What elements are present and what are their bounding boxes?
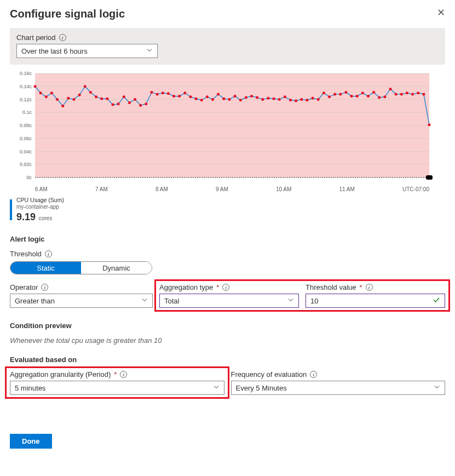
aggregation-type-value: Total (164, 297, 179, 305)
info-icon[interactable]: i (45, 250, 52, 257)
svg-point-33 (106, 98, 108, 100)
svg-point-36 (123, 95, 125, 98)
chart-period-value: Over the last 6 hours (21, 47, 88, 55)
highlight-granularity: Aggregation granularity (Period) * i 5 m… (5, 366, 229, 399)
legend-resource-name: my-container-app (16, 204, 64, 211)
svg-text:0.1c: 0.1c (22, 110, 32, 115)
svg-point-58 (245, 96, 247, 99)
threshold-value: 10 (310, 297, 318, 305)
svg-point-54 (222, 98, 225, 100)
svg-point-39 (139, 104, 142, 107)
svg-point-21 (39, 91, 42, 94)
svg-point-34 (111, 104, 114, 106)
close-icon[interactable]: ✕ (437, 8, 445, 18)
svg-point-71 (317, 98, 320, 101)
svg-point-80 (367, 95, 370, 98)
svg-point-27 (72, 98, 75, 101)
chart-period-select[interactable]: Over the last 6 hours (16, 44, 158, 58)
svg-point-77 (350, 95, 353, 98)
svg-point-25 (61, 105, 64, 107)
aggregation-type-select[interactable]: Total (159, 294, 299, 308)
operator-label: Operator (10, 283, 38, 291)
svg-point-23 (50, 91, 53, 94)
svg-point-38 (134, 98, 136, 101)
svg-point-64 (278, 98, 281, 101)
info-icon[interactable]: i (120, 371, 127, 378)
svg-point-75 (339, 93, 342, 96)
operator-value: Greater than (15, 297, 55, 305)
svg-point-85 (395, 93, 398, 96)
svg-text:0.16c: 0.16c (20, 71, 32, 76)
legend-unit: cores (39, 215, 52, 221)
threshold-label: Threshold (10, 250, 42, 258)
legend-color-bar (10, 199, 12, 220)
svg-point-84 (389, 88, 392, 90)
chevron-down-icon (434, 384, 440, 392)
threshold-static-option[interactable]: Static (10, 262, 81, 274)
alert-logic-heading: Alert logic (10, 235, 445, 243)
svg-point-28 (78, 94, 81, 96)
info-icon[interactable]: i (222, 284, 229, 291)
svg-point-40 (145, 102, 147, 105)
svg-point-41 (150, 91, 153, 94)
svg-point-43 (162, 91, 164, 94)
done-button[interactable]: Done (10, 434, 52, 449)
svg-point-63 (273, 98, 275, 100)
svg-point-90 (422, 93, 425, 96)
chart-legend: CPU Usage (Sum) my-container-app 9.19 co… (10, 197, 445, 223)
svg-point-76 (344, 91, 347, 94)
threshold-toggle: Static Dynamic (10, 261, 152, 274)
legend-value: 9.19 (16, 211, 36, 222)
threshold-dynamic-option[interactable]: Dynamic (81, 262, 152, 274)
svg-point-46 (178, 95, 181, 98)
svg-point-86 (400, 93, 403, 96)
svg-point-26 (67, 97, 70, 100)
chevron-down-icon (141, 297, 148, 305)
svg-point-79 (361, 91, 364, 94)
chevron-down-icon (146, 47, 153, 55)
svg-point-55 (228, 98, 231, 101)
svg-point-30 (89, 91, 92, 94)
info-icon[interactable]: i (310, 371, 317, 378)
svg-point-72 (322, 91, 325, 94)
svg-point-78 (356, 95, 359, 98)
svg-point-37 (128, 101, 131, 104)
svg-point-66 (289, 99, 292, 101)
info-icon[interactable]: i (366, 284, 373, 291)
info-icon[interactable]: i (59, 34, 66, 41)
svg-point-29 (84, 85, 87, 88)
granularity-select[interactable]: 5 minutes (10, 381, 224, 395)
info-icon[interactable]: i (41, 284, 48, 291)
legend-metric-name: CPU Usage (Sum) (16, 197, 64, 204)
svg-point-51 (206, 95, 209, 98)
svg-point-56 (234, 95, 237, 98)
frequency-select[interactable]: Every 5 Minutes (231, 381, 446, 395)
svg-point-82 (378, 96, 381, 99)
svg-point-68 (300, 98, 303, 101)
frequency-label: Frequency of evaluation (231, 370, 307, 378)
chart-area: 0c0.02c0.04c0.06c0.08c0.1c0.12c0.14c0.16… (12, 70, 443, 192)
svg-point-47 (183, 91, 186, 94)
svg-point-74 (333, 93, 336, 96)
svg-point-49 (195, 98, 198, 100)
chevron-down-icon (287, 297, 294, 305)
svg-point-22 (45, 95, 48, 98)
svg-point-65 (284, 95, 286, 98)
condition-preview-heading: Condition preview (10, 322, 445, 330)
svg-point-70 (312, 97, 314, 100)
operator-select[interactable]: Greater than (10, 294, 153, 308)
svg-point-69 (306, 99, 308, 101)
svg-point-87 (406, 91, 408, 94)
svg-point-35 (117, 102, 120, 105)
aggregation-type-label: Aggregation type (159, 283, 213, 291)
check-icon (433, 296, 440, 306)
svg-point-45 (172, 95, 175, 98)
svg-point-61 (261, 98, 264, 101)
svg-text:0.12c: 0.12c (20, 97, 32, 102)
svg-point-44 (167, 92, 170, 95)
threshold-value-input[interactable]: 10 (306, 294, 445, 308)
chevron-down-icon (213, 384, 220, 392)
svg-text:0.04c: 0.04c (20, 149, 32, 154)
svg-point-83 (383, 95, 386, 98)
svg-point-57 (239, 99, 242, 101)
